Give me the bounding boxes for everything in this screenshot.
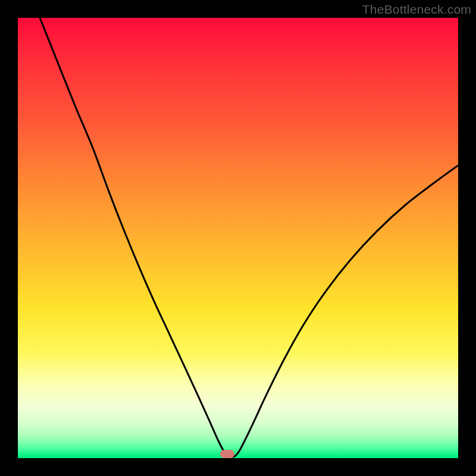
plot-area [18,18,458,458]
minimum-marker [220,450,234,458]
bottleneck-curve [18,18,458,458]
chart-frame: TheBottleneck.com [0,0,476,476]
watermark-text: TheBottleneck.com [362,2,471,17]
